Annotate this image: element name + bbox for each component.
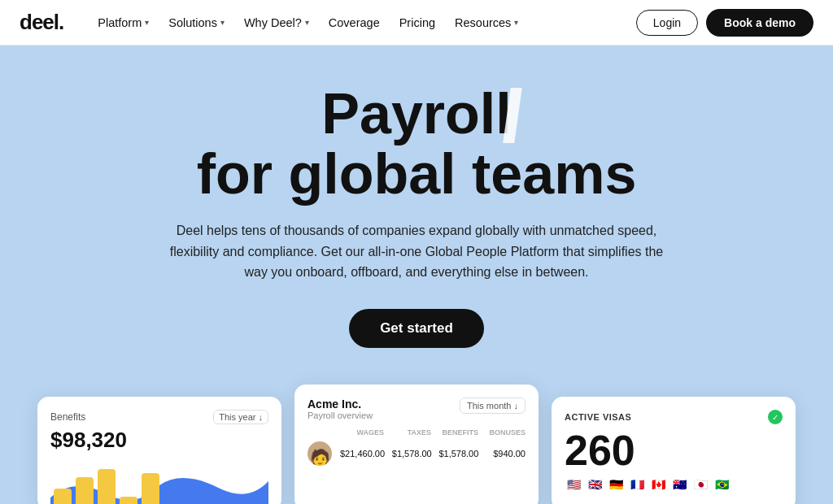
flag-br: 🇧🇷 xyxy=(713,478,731,491)
visas-count: 260 xyxy=(565,429,783,471)
benefits-label: Benefits xyxy=(50,411,85,423)
wages-value: $21,460.00 xyxy=(340,449,385,458)
benefits-value: $1,578.00 xyxy=(435,449,479,458)
benefits-period[interactable]: This year ↓ xyxy=(213,410,268,424)
card-benefits: Benefits This year ↓ $98,320 xyxy=(37,397,281,504)
bar-4 xyxy=(120,497,137,504)
card-payroll: Acme Inc. Payroll overview This month ↓ … xyxy=(294,385,539,504)
login-button[interactable]: Login xyxy=(636,10,698,36)
navbar: deel. Platform ▾ Solutions ▾ Why Deel? ▾… xyxy=(0,0,833,46)
flag-au: 🇦🇺 xyxy=(670,478,688,491)
benefits-amount: $98,320 xyxy=(50,428,268,453)
payroll-data-row: 🧑 $21,460.00 $1,578.00 $1,578.00 $940.00 xyxy=(307,441,526,466)
chevron-down-icon: ▾ xyxy=(305,18,309,27)
book-demo-button[interactable]: Book a demo xyxy=(706,9,813,37)
get-started-button[interactable]: Get started xyxy=(349,309,484,348)
hero-subtitle: Deel helps tens of thousands of companie… xyxy=(164,220,669,283)
nav-pricing[interactable]: Pricing xyxy=(391,11,443,34)
chevron-down-icon: ▾ xyxy=(514,18,518,27)
flag-fr: 🇫🇷 xyxy=(628,478,646,491)
flag-de: 🇩🇪 xyxy=(607,478,625,491)
hero-section: Payroll for global teams Deel helps tens… xyxy=(0,46,833,504)
card-visas: ACTIVE VISAS ✓ 260 🇺🇸 🇬🇧 🇩🇪 🇫🇷 🇨🇦 🇦🇺 🇯🇵 … xyxy=(552,397,796,504)
nav-resources[interactable]: Resources ▾ xyxy=(447,11,526,34)
check-icon: ✓ xyxy=(768,410,783,424)
payroll-company-info: Acme Inc. Payroll overview xyxy=(307,398,373,420)
hero-title-tagline: for global teams xyxy=(197,145,637,205)
hero-title: Payroll for global teams xyxy=(197,85,637,204)
bar-1 xyxy=(54,489,72,504)
flag-ca: 🇨🇦 xyxy=(649,478,667,491)
feature-cards: Benefits This year ↓ $98,320 xyxy=(0,385,833,504)
nav-coverage[interactable]: Coverage xyxy=(321,11,388,34)
bar-2 xyxy=(76,477,94,504)
avatar: 🧑 xyxy=(307,441,332,466)
payroll-header: Acme Inc. Payroll overview This month ↓ xyxy=(307,398,526,420)
chevron-down-icon: ▾ xyxy=(220,18,225,27)
flag-gb: 🇬🇧 xyxy=(586,478,604,491)
bar-3 xyxy=(98,469,116,504)
nav-actions: Login Book a demo xyxy=(636,9,813,37)
payroll-subtitle: Payroll overview xyxy=(307,411,373,420)
bonuses-value: $940.00 xyxy=(482,449,526,458)
nav-links: Platform ▾ Solutions ▾ Why Deel? ▾ Cover… xyxy=(89,11,636,34)
payroll-column-headers: WAGES TAXES BENEFITS BONUSES xyxy=(307,428,526,437)
visas-header: ACTIVE VISAS ✓ xyxy=(565,410,783,424)
chevron-down-icon: ▾ xyxy=(145,18,149,27)
card-benefits-header: Benefits This year ↓ xyxy=(50,410,268,424)
visas-label: ACTIVE VISAS xyxy=(565,412,631,422)
nav-platform[interactable]: Platform ▾ xyxy=(89,11,157,34)
flag-us: 🇺🇸 xyxy=(565,478,582,491)
nav-solutions[interactable]: Solutions ▾ xyxy=(160,11,233,34)
payroll-period[interactable]: This month ↓ xyxy=(460,398,526,414)
logo[interactable]: deel. xyxy=(20,10,63,35)
flag-jp: 🇯🇵 xyxy=(691,478,709,491)
taxes-value: $1,578.00 xyxy=(388,449,432,458)
flags-row: 🇺🇸 🇬🇧 🇩🇪 🇫🇷 🇨🇦 🇦🇺 🇯🇵 🇧🇷 xyxy=(565,478,783,491)
bar-5 xyxy=(142,473,159,504)
hero-title-payroll: Payroll xyxy=(321,85,511,145)
nav-why-deel[interactable]: Why Deel? ▾ xyxy=(236,11,317,34)
payroll-company-name: Acme Inc. xyxy=(307,398,373,411)
